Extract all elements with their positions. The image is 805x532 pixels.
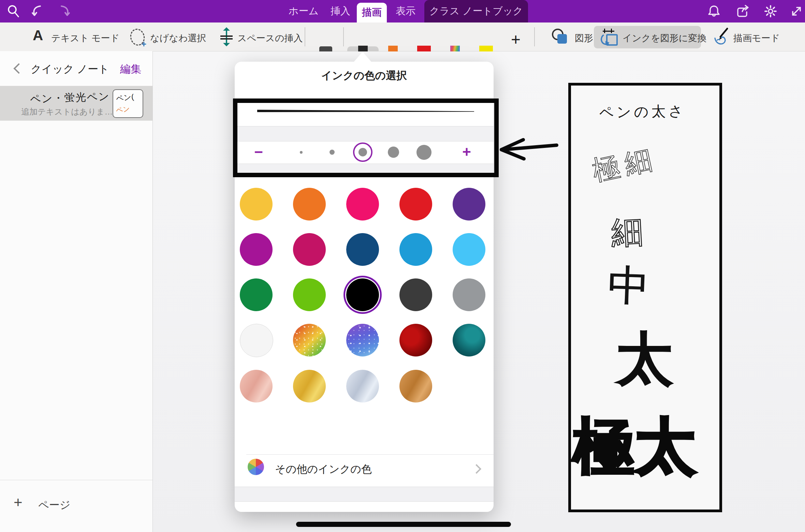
text-mode-button[interactable]: テキスト モード [51,32,119,44]
back-chevron-icon[interactable] [13,63,24,74]
pen-size-box-title: ペンの太さ [568,101,717,123]
drawing-toolbar: A テキスト モード + なげなわ選択 スペースの挿入 + 図形 インクを図形に… [0,22,805,51]
pages-sidebar: クイック ノート 編集 ペン・蛍光ペン 追加テキストはありま… ペン( ペン +… [0,51,153,532]
plus-icon: + [14,494,23,511]
ink-to-shape-icon [601,28,617,46]
swatch-dark-gray[interactable] [399,278,432,311]
edit-button[interactable]: 編集 [120,62,141,76]
annotation-rectangle [233,98,499,177]
lasso-select-button[interactable]: なげなわ選択 [150,32,206,44]
chevron-right-icon [472,464,481,474]
swatch-ocean[interactable] [453,324,485,356]
popup-pointer [354,52,371,62]
shapes-button[interactable]: 図形 [575,32,593,44]
page-item-title: ペン・蛍光ペン [30,89,110,106]
page-list-item-selected[interactable]: ペン・蛍光ペン 追加テキストはありま… ペン( ペン [0,86,152,121]
toolbar-divider [343,27,344,46]
more-ink-colors-row[interactable]: その他のインクの色 [235,455,494,486]
notifications-bell-icon[interactable] [707,4,721,18]
toolbar-divider [534,27,535,46]
ink-color-grid [240,188,485,402]
swatch-yellow[interactable] [240,188,273,221]
swatch-magenta[interactable] [240,233,273,266]
swatch-light-green[interactable] [293,278,326,311]
ink-to-shape-button[interactable]: インクを図形に変換 [594,26,701,48]
shapes-icon[interactable] [552,29,570,46]
tab-insert[interactable]: 挿入 [327,0,354,22]
swatch-black[interactable] [346,278,379,311]
share-icon[interactable] [735,4,750,18]
notebook-title: クイック ノート [27,62,113,76]
swatch-white[interactable] [240,324,273,357]
insert-space-icon[interactable] [219,27,234,46]
swatch-red-lava[interactable] [399,324,432,356]
page-thumbnail: ペン( ペン [113,89,143,118]
insert-space-button[interactable]: スペースの挿入 [237,32,303,44]
swatch-rose-gold[interactable] [240,370,273,402]
draw-mode-icon[interactable] [712,27,730,47]
handwritten-size-label-2: 細 [610,210,645,255]
handwritten-size-label-3: 中 [607,258,650,315]
swatch-bronze[interactable] [399,370,432,402]
add-page-button[interactable]: + ページ [0,480,152,532]
draw-mode-button[interactable]: 描画モード [733,32,780,44]
tab-class-notebook[interactable]: クラス ノートブック [424,0,528,22]
swatch-rainbow-glitter[interactable] [293,324,326,356]
add-pen-button[interactable]: + [511,30,521,49]
undo-icon[interactable] [30,4,44,18]
page-item-subtitle: 追加テキストはありま… [21,106,113,117]
swatch-purple[interactable] [453,188,485,221]
swatch-green[interactable] [240,278,273,311]
redo-icon[interactable] [57,4,72,18]
swatch-gold[interactable] [293,370,326,402]
swatch-gray[interactable] [453,278,485,311]
popup-title: インクの色の選択 [235,69,494,83]
swatch-orange[interactable] [293,188,326,221]
swatch-blue[interactable] [399,233,432,266]
top-app-bar: ホーム 挿入 描画 表示 クラス ノートブック [0,0,805,22]
handwritten-size-label-5: 極太 [573,406,697,488]
lasso-plus-glyph: + [141,39,146,49]
home-indicator[interactable] [296,522,511,527]
tab-home[interactable]: ホーム [284,0,323,22]
divider-band [235,487,494,502]
handwritten-size-label-4: 太 [616,321,673,398]
color-wheel-icon [248,459,264,475]
settings-gear-icon[interactable] [763,4,778,18]
swatch-navy-blue[interactable] [346,233,379,266]
tab-view[interactable]: 表示 [391,0,420,22]
tab-draw[interactable]: 描画 [357,3,387,22]
sidebar-header: クイック ノート 編集 [0,51,152,86]
fullscreen-icon[interactable] [789,4,804,18]
swatch-red[interactable] [399,188,432,221]
swatch-galaxy[interactable] [346,324,379,356]
swatch-dark-pink[interactable] [293,233,326,266]
swatch-silver[interactable] [346,370,379,402]
text-mode-icon[interactable]: A [33,27,43,44]
search-icon[interactable] [6,4,20,18]
toolbar-divider [305,27,305,46]
swatch-pink[interactable] [346,188,379,221]
swatch-light-blue[interactable] [453,233,485,266]
